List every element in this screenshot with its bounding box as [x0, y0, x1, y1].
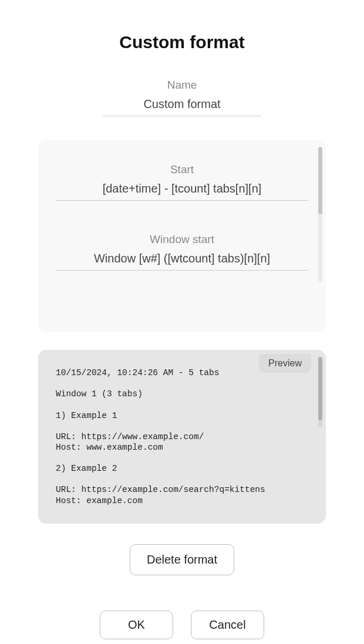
name-label: Name — [167, 79, 197, 92]
name-field-group: Name — [103, 79, 261, 116]
start-input[interactable] — [56, 180, 308, 201]
name-input[interactable] — [103, 95, 261, 116]
preview-content: 10/15/2024, 10:24:26 AM - 5 tabs Window … — [56, 367, 308, 506]
window-start-input[interactable] — [56, 249, 308, 271]
preview-scrollbar-thumb[interactable] — [318, 357, 322, 420]
format-scrollbar-thumb[interactable] — [318, 147, 322, 214]
preview-box: Preview 10/15/2024, 10:24:26 AM - 5 tabs… — [38, 350, 326, 524]
start-field-group: Start — [56, 163, 308, 201]
window-start-field-group: Window start — [56, 233, 308, 271]
dialog-actions: OK Cancel — [100, 611, 264, 639]
ok-button[interactable]: OK — [100, 611, 173, 639]
delete-format-button[interactable]: Delete format — [130, 544, 234, 575]
preview-badge: Preview — [259, 354, 311, 373]
dialog-title: Custom format — [119, 32, 244, 52]
start-label: Start — [170, 163, 194, 176]
cancel-button[interactable]: Cancel — [191, 611, 264, 639]
window-start-label: Window start — [150, 233, 214, 246]
format-box: Start Window start — [38, 140, 326, 332]
